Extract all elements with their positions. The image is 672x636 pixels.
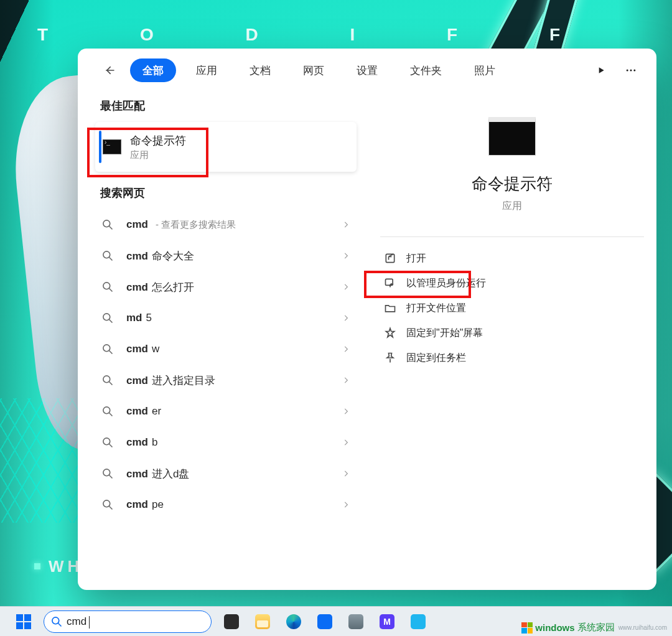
best-match-card[interactable]: 命令提示符 应用 — [95, 122, 357, 172]
svg-line-4 — [110, 227, 113, 230]
search-icon — [101, 343, 114, 355]
web-result-item[interactable]: cmd进入指定目录 — [95, 365, 357, 396]
best-match-subtitle: 应用 — [130, 149, 186, 161]
action-run-as-admin[interactable]: 以管理员身份运行 — [380, 271, 644, 296]
web-result-item[interactable]: cmd - 查看更多搜索结果 — [95, 209, 357, 240]
play-icon — [596, 65, 606, 75]
svg-point-21 — [103, 500, 110, 507]
chevron-right-icon — [342, 407, 350, 416]
start-button[interactable] — [12, 610, 35, 633]
svg-line-8 — [110, 289, 113, 292]
filter-tabs: 全部 应用 文档 网页 设置 文件夹 照片 — [130, 58, 508, 82]
chevron-right-icon — [342, 283, 350, 291]
svg-line-10 — [110, 320, 113, 323]
action-label: 打开文件位置 — [406, 302, 466, 315]
pin-start-icon — [384, 327, 396, 339]
taskbar-store[interactable] — [314, 610, 336, 633]
tab-settings[interactable]: 设置 — [344, 58, 390, 82]
svg-line-22 — [110, 507, 113, 510]
windows-flag-icon — [521, 622, 533, 634]
svg-point-7 — [103, 283, 110, 289]
preview-app-icon — [488, 117, 536, 156]
tab-all[interactable]: 全部 — [130, 58, 176, 82]
search-icon — [101, 312, 114, 324]
svg-line-12 — [110, 351, 113, 354]
svg-point-15 — [103, 407, 110, 414]
web-results: cmd - 查看更多搜索结果 cmd命令大全 cmd怎么打开 — [95, 209, 357, 520]
chevron-right-icon — [342, 314, 350, 322]
web-result-item[interactable]: md5 — [95, 302, 357, 334]
desktop-wallpaper: T O D I F F E R E N T WH 全部 应用 文档 网页 设置 … — [0, 0, 672, 636]
folder-open-icon — [384, 302, 396, 314]
tab-folders[interactable]: 文件夹 — [398, 58, 454, 82]
search-icon — [101, 436, 114, 449]
chevron-right-icon — [342, 251, 350, 260]
action-label: 以管理员身份运行 — [406, 277, 486, 290]
app-icon: M — [380, 614, 394, 629]
preview-title: 命令提示符 — [472, 173, 553, 195]
web-result-item[interactable]: cmdb — [95, 427, 357, 458]
windows-logo-icon — [16, 614, 31, 629]
edge-icon — [286, 614, 301, 629]
action-label: 固定到任务栏 — [406, 352, 466, 365]
more-button[interactable] — [619, 58, 643, 82]
svg-line-16 — [110, 413, 113, 416]
tab-photos[interactable]: 照片 — [462, 58, 508, 82]
taskbar-app-c[interactable] — [407, 610, 429, 633]
best-match-title: 命令提示符 — [130, 133, 186, 148]
svg-line-20 — [110, 475, 113, 479]
svg-point-25 — [52, 617, 59, 624]
app-icon — [411, 614, 426, 629]
taskbar-app-b[interactable]: M — [376, 610, 398, 633]
admin-icon — [384, 277, 396, 289]
explorer-icon — [255, 614, 270, 629]
web-result-item[interactable]: cmdpe — [95, 489, 357, 520]
web-result-item[interactable]: cmdw — [95, 334, 357, 365]
search-icon — [50, 615, 63, 628]
svg-point-11 — [103, 345, 110, 352]
taskbar-search[interactable] — [44, 610, 212, 633]
action-label: 固定到"开始"屏幕 — [406, 327, 483, 340]
taskbar-explorer[interactable] — [251, 610, 274, 633]
tab-web[interactable]: 网页 — [291, 58, 337, 82]
action-open[interactable]: 打开 — [380, 246, 644, 271]
taskbar-edge[interactable] — [282, 610, 305, 633]
divider — [380, 236, 644, 237]
preview-subtitle: 应用 — [502, 200, 522, 213]
tab-apps[interactable]: 应用 — [184, 58, 230, 82]
chevron-right-icon — [342, 220, 350, 229]
action-pin-start[interactable]: 固定到"开始"屏幕 — [380, 320, 644, 345]
svg-point-1 — [630, 70, 632, 72]
action-pin-taskbar[interactable]: 固定到任务栏 — [380, 345, 644, 370]
app-icon — [348, 614, 363, 629]
back-button[interactable] — [99, 60, 120, 81]
tab-documents[interactable]: 文档 — [237, 58, 283, 82]
search-icon — [101, 374, 114, 386]
search-icon — [101, 498, 114, 511]
caret-icon — [89, 616, 90, 629]
taskbar-taskview[interactable] — [220, 610, 243, 633]
svg-line-14 — [110, 382, 113, 385]
more-icon — [625, 64, 637, 77]
search-icon — [101, 467, 114, 480]
taskview-icon — [224, 614, 239, 629]
web-result-item[interactable]: cmd怎么打开 — [95, 271, 357, 302]
svg-point-13 — [103, 376, 110, 383]
web-result-item[interactable]: cmd命令大全 — [95, 240, 357, 271]
action-open-location[interactable]: 打开文件位置 — [380, 296, 644, 320]
taskbar-search-input[interactable] — [67, 615, 202, 628]
chevron-right-icon — [342, 500, 350, 509]
taskbar-app-a[interactable] — [345, 610, 367, 633]
search-panel: 全部 应用 文档 网页 设置 文件夹 照片 最佳匹配 — [78, 49, 656, 590]
action-label: 打开 — [406, 252, 426, 265]
chevron-right-icon — [342, 376, 350, 385]
web-result-item[interactable]: cmd 进入d盘 — [95, 458, 357, 489]
web-result-item[interactable]: cmder — [95, 396, 357, 427]
play-button[interactable] — [589, 58, 613, 82]
svg-point-0 — [627, 70, 628, 72]
svg-point-2 — [633, 70, 635, 72]
svg-line-18 — [110, 444, 113, 447]
svg-point-5 — [103, 251, 110, 258]
svg-line-26 — [58, 623, 62, 626]
search-icon — [101, 281, 114, 293]
